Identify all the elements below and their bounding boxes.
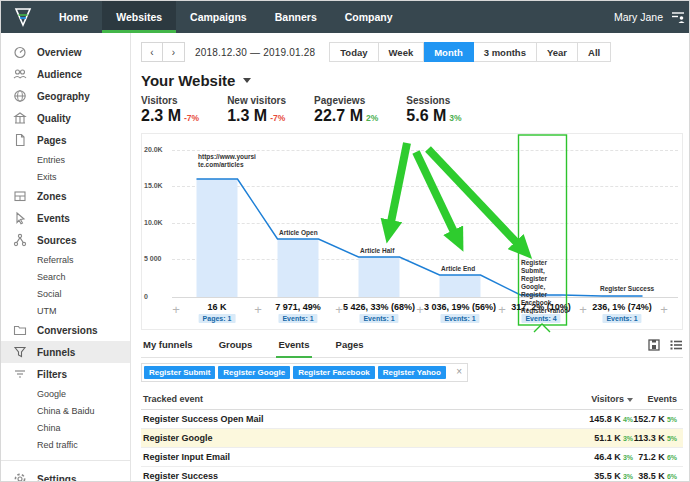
top-navbar: Home Websites Campaigns Banners Company … (1, 1, 690, 33)
sidebar-item-sources[interactable]: Sources (1, 229, 130, 251)
period-month[interactable]: Month (424, 42, 474, 62)
add-step-button[interactable]: + (496, 304, 508, 316)
sidebar-item-overview[interactable]: Overview (1, 41, 130, 63)
sidebar-item-conversions[interactable]: Conversions (1, 319, 130, 341)
sidebar-item-utm[interactable]: UTM (1, 302, 130, 319)
sidebar-label: Audience (37, 69, 82, 80)
table-row[interactable]: Register Input Email 46.4 K3% 71.2 K6% (141, 448, 683, 467)
add-step-button[interactable]: + (170, 304, 182, 316)
events-delta: 5% (667, 435, 677, 442)
column-tracked-event[interactable]: Tracked event (141, 394, 503, 404)
nav-item-websites[interactable]: Websites (102, 1, 176, 33)
column-events[interactable]: Events (633, 394, 677, 404)
tab-events[interactable]: Events (276, 339, 311, 357)
filter-chip[interactable]: Register Submit (144, 366, 215, 379)
date-toolbar: ‹ › 2018.12.30 — 2019.01.28 Today Week M… (141, 41, 683, 63)
metric-delta: -7% (184, 113, 199, 123)
website-selector[interactable]: Your Website (141, 72, 683, 89)
sidebar-label: Sources (37, 235, 76, 246)
funnel-bar-3[interactable] (359, 257, 400, 297)
annotation-arrow-2 (416, 152, 454, 232)
metrics-row: Visitors 2.3 M-7% New visitors 1.3 M-7% … (141, 95, 683, 125)
gear-icon (13, 472, 27, 482)
date-range[interactable]: 2018.12.30 — 2019.01.28 (195, 47, 315, 58)
next-date-button[interactable]: › (163, 42, 185, 62)
table-row[interactable]: Register Success Open Mail 145.8 K4% 152… (141, 410, 683, 429)
filter-chip[interactable]: Register Google (218, 366, 290, 379)
period-week[interactable]: Week (379, 42, 425, 62)
clear-filter-icon[interactable]: × (456, 366, 462, 377)
sidebar-label: Conversions (37, 325, 98, 336)
nav-item-company[interactable]: Company (331, 1, 407, 33)
sidebar-item-china[interactable]: China (1, 419, 130, 436)
save-icon[interactable] (648, 339, 660, 351)
sidebar-item-pages[interactable]: Pages (1, 129, 130, 151)
sidebar-item-search[interactable]: Search (1, 268, 130, 285)
list-view-icon[interactable] (670, 339, 683, 351)
share-icon (13, 233, 27, 247)
sidebar-label: Pages (37, 135, 66, 146)
sidebar-item-google[interactable]: Google (1, 385, 130, 402)
period-year[interactable]: Year (537, 42, 578, 62)
step-badge[interactable]: Pages: 1 (199, 314, 236, 323)
sidebar-item-red-traffic[interactable]: Red traffic (1, 436, 130, 453)
sidebar-item-events[interactable]: Events (1, 207, 130, 229)
brand-logo[interactable] (1, 1, 45, 33)
step-badge[interactable]: Events: 1 (359, 314, 398, 323)
add-step-button[interactable]: + (577, 304, 589, 316)
filter-lines-icon (13, 367, 27, 381)
sidebar-item-zones[interactable]: Zones (1, 185, 130, 207)
sidebar-item-china-baidu[interactable]: China & Baidu (1, 402, 130, 419)
sidebar-item-referrals[interactable]: Referrals (1, 251, 130, 268)
sidebar-label: Events (37, 213, 70, 224)
event-filter-input[interactable]: Register Submit Register Google Register… (141, 363, 468, 382)
events-value: 71.2 K (638, 452, 665, 462)
sidebar-item-audience[interactable]: Audience (1, 63, 130, 85)
sidebar-item-quality[interactable]: Quality (1, 107, 130, 129)
period-all[interactable]: All (578, 42, 611, 62)
sidebar-item-funnels[interactable]: Funnels (1, 341, 130, 363)
filter-chip[interactable]: Register Facebook (293, 366, 375, 379)
step-badge[interactable]: Events: 1 (602, 314, 641, 323)
sidebar-item-social[interactable]: Social (1, 285, 130, 302)
sidebar-item-exits[interactable]: Exits (1, 168, 130, 185)
column-visitors[interactable]: Visitors (503, 394, 633, 404)
sidebar-item-entries[interactable]: Entries (1, 151, 130, 168)
add-step-button[interactable]: + (414, 304, 426, 316)
funnel-bar-4[interactable] (440, 275, 481, 297)
tab-my-funnels[interactable]: My funnels (141, 339, 195, 357)
add-step-button[interactable]: + (658, 304, 670, 316)
metric-label: New visitors (227, 95, 286, 106)
metric-value: 1.3 M (227, 107, 267, 124)
nav-item-banners[interactable]: Banners (261, 1, 331, 33)
main-content: ‹ › 2018.12.30 — 2019.01.28 Today Week M… (131, 33, 690, 482)
nav-item-home[interactable]: Home (45, 1, 102, 33)
period-today[interactable]: Today (329, 42, 378, 62)
visitors-delta: 3% (623, 435, 633, 442)
table-row[interactable]: Register Success 35.5 K3% 38.5 K6% (141, 467, 683, 482)
nav-item-campaigns[interactable]: Campaigns (176, 1, 261, 33)
sidebar-item-settings[interactable]: Settings (1, 468, 130, 482)
step-label-url: https://www.yoursite.com/articles (198, 153, 258, 169)
sidebar-item-filters[interactable]: Filters (1, 363, 130, 385)
step-badge[interactable]: Events: 4 (521, 314, 560, 323)
sidebar-label: Filters (37, 369, 67, 380)
tab-pages[interactable]: Pages (334, 339, 366, 357)
filter-chip[interactable]: Register Yahoo (378, 366, 446, 379)
add-step-button[interactable]: + (252, 304, 264, 316)
funnel-bar-1[interactable] (197, 179, 238, 297)
user-menu[interactable]: Mary Jane (614, 1, 690, 33)
add-step-button[interactable]: + (333, 304, 345, 316)
sidebar-item-geography[interactable]: Geography (1, 85, 130, 107)
period-3months[interactable]: 3 months (474, 42, 537, 62)
funnel-bar-2[interactable] (278, 239, 319, 297)
step-badge[interactable]: Events: 1 (278, 314, 317, 323)
step-badge[interactable]: Events: 1 (440, 314, 479, 323)
event-name: Register Success (141, 471, 503, 481)
cursor-icon (13, 211, 27, 225)
tab-groups[interactable]: Groups (217, 339, 255, 357)
prev-date-button[interactable]: ‹ (141, 42, 163, 62)
event-name: Register Google (141, 433, 503, 443)
metric-delta: 3% (449, 113, 461, 123)
table-row[interactable]: Register Google 51.1 K3% 113.3 K5% (141, 429, 683, 448)
